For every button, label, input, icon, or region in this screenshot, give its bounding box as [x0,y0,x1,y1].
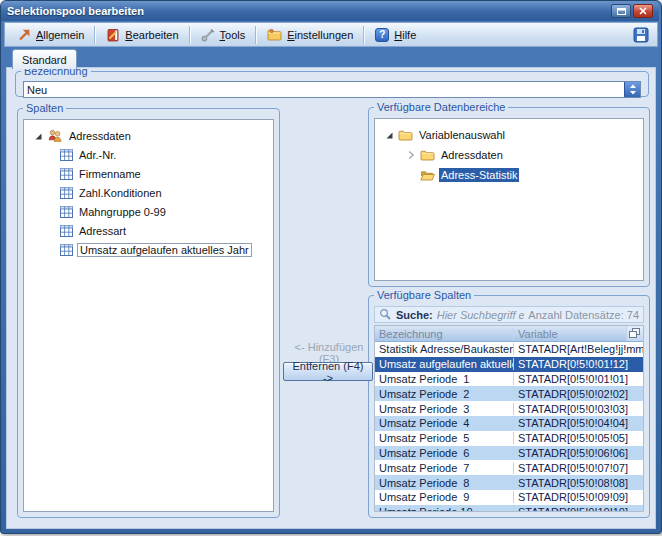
toolbar: Allgemein Bearbeiten Tools Einstellungen… [4,22,658,47]
expander-expanded-icon[interactable] [383,130,394,140]
table-row[interactable]: Umsatz Periode 7 STATADR[0!5!0!07!07] [375,460,643,475]
group-verfuegbare-spalten: Verfügbare Spalten Suche: Anzahl Datensä… [368,290,650,518]
contacts-icon [47,129,63,142]
group-datenbereiche-label: Verfügbare Datenbereiche [374,102,508,112]
spalten-tree: Adressdaten Adr.-Nr. Firmenname Zahl.Kon… [24,120,273,511]
toolbar-separator [94,26,96,44]
tree-item-label: Adress-Statistik [439,168,519,182]
toolbar-label: Bearbeiten [125,29,178,41]
spalten-tree-children: Adr.-Nr. Firmenname Zahl.Konditionen Mah… [24,145,273,259]
ne-arrow-icon [17,28,31,42]
tree-item-adressdaten-folder[interactable]: Adressdaten [375,145,643,165]
cell-variable: STATADR[0!5!0!06!06] [513,447,643,459]
cell-bezeichnung: Umsatz Periode 7 [375,462,513,474]
toolbar-label: Hilfe [394,29,416,41]
tree-item-label: Umsatz aufgelaufen aktuelles Jahr [77,243,252,257]
tree-item-label: Adr.-Nr. [77,148,118,162]
table-row[interactable]: Statistik Adresse/Baukasten STATADR[Art!… [375,342,643,357]
save-button[interactable] [631,25,651,45]
toolbar-label: Allgemein [36,29,84,41]
tree-item-column[interactable]: Firmenname [24,164,273,183]
table-grid-icon [60,244,73,256]
tree-item-column[interactable]: Zahl.Konditionen [24,183,273,202]
cell-bezeichnung: Umsatz Periode 9 [375,491,513,503]
cell-variable: STATADR[0!5!0!08!08] [513,477,643,489]
columns-table-body: Statistik Adresse/Baukasten STATADR[Art!… [375,342,643,512]
cell-bezeichnung: Umsatz Periode 8 [375,477,513,489]
column-chooser-button[interactable] [626,326,643,341]
cell-variable: STATADR[0!5!0!07!07] [513,462,643,474]
bezeichnung-combobox[interactable]: Neu [23,81,641,98]
remove-button[interactable]: Entfernen (F4) -> [283,362,373,381]
table-grid-icon [60,225,73,237]
tree-item-column[interactable]: Adressart [24,221,273,240]
table-grid-icon [60,149,73,161]
toolbar-separator [363,26,365,44]
cell-variable: STATADR[0!5!0!10!10] [513,506,643,512]
cell-bezeichnung: Umsatz Periode 3 [375,403,513,415]
tree-item-variablenauswahl[interactable]: Variablenauswahl [375,125,643,145]
cell-variable: STATADR[0!5!0!04!04] [513,417,643,429]
spinner-icon[interactable] [624,82,640,97]
cell-bezeichnung: Umsatz Periode 2 [375,388,513,400]
search-bar: Suche: Anzahl Datensätze: 74 [374,306,644,323]
tree-item-column[interactable]: Umsatz aufgelaufen aktuelles Jahr [24,240,273,259]
cell-bezeichnung: Umsatz Periode 5 [375,432,513,444]
bezeichnung-value: Neu [24,84,624,96]
table-row[interactable]: Umsatz Periode 6 STATADR[0!5!0!06!06] [375,446,643,461]
table-row[interactable]: Umsatz Periode 5 STATADR[0!5!0!05!05] [375,431,643,446]
table-row[interactable]: Umsatz Periode 10 STATADR[0!5!0!10!10] [375,505,643,512]
toolbar-button-allgemein[interactable]: Allgemein [11,26,90,44]
tree-item-label: Zahl.Konditionen [77,186,164,200]
search-icon [379,308,392,321]
table-row[interactable]: Umsatz Periode 2 STATADR[0!5!0!02!02] [375,386,643,401]
group-verfuegbare-spalten-label: Verfügbare Spalten [374,290,474,300]
group-spalten-label: Spalten [23,103,66,113]
tab-label: Standard [22,54,67,66]
toolbar-button-hilfe[interactable]: ? Hilfe [369,26,422,44]
table-row[interactable]: Umsatz aufgelaufen aktuelles Jahr STATAD… [375,357,643,372]
search-input[interactable] [437,309,525,321]
tree-item-column[interactable]: Adr.-Nr. [24,145,273,164]
datenbereiche-listbox[interactable]: Variablenauswahl Adressdaten [374,118,644,281]
table-row[interactable]: Umsatz Periode 3 STATADR[0!5!0!03!03] [375,401,643,416]
column-header-bezeichnung[interactable]: Bezeichnung [375,328,513,340]
close-icon [639,7,647,15]
table-row[interactable]: Umsatz Periode 1 STATADR[0!5!0!01!01] [375,372,643,387]
titlebar[interactable]: Selektionspool bearbeiten [1,1,659,21]
table-row[interactable]: Umsatz Periode 9 STATADR[0!5!0!09!09] [375,490,643,505]
table-row[interactable]: Umsatz Periode 8 STATADR[0!5!0!08!08] [375,475,643,490]
cell-variable: STATADR[0!5!0!09!09] [513,491,643,503]
restore-button[interactable] [611,4,631,18]
cell-variable: STATADR[0!5!0!02!02] [513,388,643,400]
tree-item-label: Variablenauswahl [417,128,507,142]
tree-item-label: Adressdaten [439,148,505,162]
table-row[interactable]: Umsatz Periode 4 STATADR[0!5!0!04!04] [375,416,643,431]
datenbereiche-tree: Variablenauswahl Adressdaten [375,119,643,280]
close-button[interactable] [633,4,653,18]
toolbar-button-einstellungen[interactable]: Einstellungen [261,26,359,43]
tab-standard[interactable]: Standard [12,49,77,69]
cell-bezeichnung: Umsatz Periode 4 [375,417,513,429]
settings-folder-icon [267,28,282,41]
tree-item-adress-statistik[interactable]: Adress-Statistik [375,165,643,185]
help-icon: ? [375,28,389,42]
toolbar-button-tools[interactable]: Tools [195,26,252,44]
spalten-listbox[interactable]: Adressdaten Adr.-Nr. Firmenname Zahl.Kon… [23,119,274,512]
cell-bezeichnung: Statistik Adresse/Baukasten [375,343,513,355]
tree-item-label: Adressdaten [67,129,133,143]
tree-item-adressdaten[interactable]: Adressdaten [24,126,273,145]
expander-expanded-icon[interactable] [32,131,43,141]
cell-variable: STATADR[0!5!0!03!03] [513,403,643,415]
column-header-variable[interactable]: Variable [513,328,626,340]
tree-item-column[interactable]: Mahngruppe 0-99 [24,202,273,221]
tree-item-label: Firmenname [77,167,143,181]
column-chooser-icon [629,328,641,339]
application-window: Selektionspool bearbeiten Allgemein [0,0,662,536]
tab-page: Bezeichnung Neu Spalten [6,67,656,529]
tree-item-label: Mahngruppe 0-99 [77,205,168,219]
folder-closed-icon [398,129,413,141]
toolbar-button-bearbeiten[interactable]: Bearbeiten [100,26,184,44]
columns-table[interactable]: Bezeichnung Variable Statistik Adresse/B… [374,325,644,512]
expander-collapsed-icon[interactable] [405,149,416,161]
